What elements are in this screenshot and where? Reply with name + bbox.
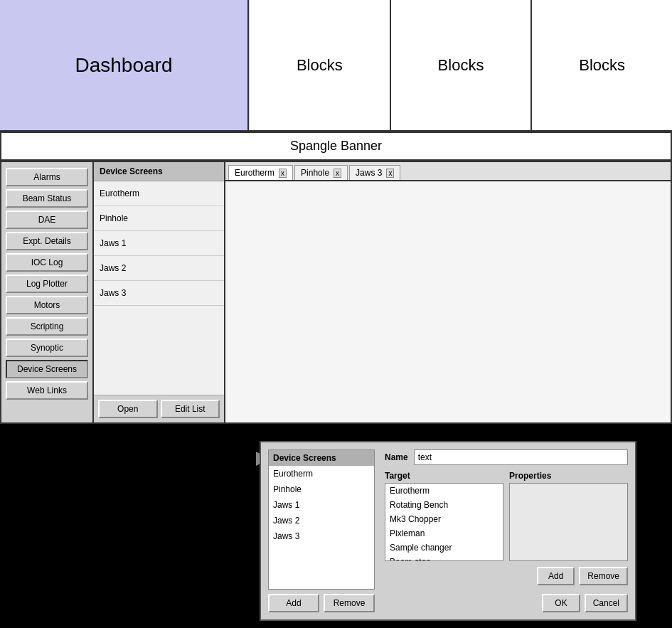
target-sample-changer[interactable]: Sample changer xyxy=(385,541,503,555)
device-item-jaws1[interactable]: Jaws 1 xyxy=(94,231,224,256)
device-panel: Device Screens Eurotherm Pinhole Jaws 1 … xyxy=(94,162,225,422)
dialog-list-jaws3[interactable]: Jaws 3 xyxy=(269,528,374,544)
add-remove-row: Add Remove xyxy=(385,567,628,585)
dialog-remove-button[interactable]: Remove xyxy=(324,594,375,612)
target-props-row: Target Eurotherm Rotating Bench Mk3 Chop… xyxy=(385,471,628,561)
props-label: Properties xyxy=(509,471,628,481)
target-label: Target xyxy=(385,471,503,481)
dialog-list-jaws2[interactable]: Jaws 2 xyxy=(269,513,374,528)
target-remove-button[interactable]: Remove xyxy=(579,567,628,585)
dashboard-label: Dashboard xyxy=(75,54,173,77)
tab-eurotherm-close[interactable]: x xyxy=(279,169,287,178)
cancel-button[interactable]: Cancel xyxy=(585,594,628,612)
device-item-pinhole[interactable]: Pinhole xyxy=(94,206,224,231)
device-list[interactable]: Eurotherm Pinhole Jaws 1 Jaws 2 Jaws 3 xyxy=(94,181,224,395)
name-row: Name xyxy=(385,449,628,465)
sidebar-item-dae[interactable]: DAE xyxy=(6,211,88,229)
tab-pinhole-close[interactable]: x xyxy=(334,169,341,178)
open-button[interactable]: Open xyxy=(98,400,158,418)
dashboard-panel: Dashboard xyxy=(0,0,249,130)
block-1: Blocks xyxy=(250,0,391,130)
dialog-list-pinhole[interactable]: Pinhole xyxy=(269,481,374,497)
tab-pinhole[interactable]: Pinhole x xyxy=(294,165,348,180)
target-add-button[interactable]: Add xyxy=(537,567,575,585)
target-col: Target Eurotherm Rotating Bench Mk3 Chop… xyxy=(385,471,503,561)
target-list[interactable]: Eurotherm Rotating Bench Mk3 Chopper Pix… xyxy=(385,483,503,561)
dialog-left-panel: Device Screens Eurotherm Pinhole Jaws 1 … xyxy=(268,449,375,612)
props-col: Properties xyxy=(509,471,628,561)
dialog-add-button[interactable]: Add xyxy=(268,594,319,612)
main-content: Eurotherm x Pinhole x Jaws 3 x xyxy=(225,162,671,422)
target-eurotherm[interactable]: Eurotherm xyxy=(385,484,503,498)
dialog-list-jaws1[interactable]: Jaws 1 xyxy=(269,497,374,513)
sidebar-item-ioc-log[interactable]: IOC Log xyxy=(6,253,88,272)
blocks-section: Blocks Blocks Blocks xyxy=(249,0,672,130)
sidebar-item-expt-details[interactable]: Expt. Details xyxy=(6,232,88,250)
middle-section: Alarms Beam Status DAE Expt. Details IOC… xyxy=(0,161,672,424)
dialog-left-buttons: Add Remove xyxy=(268,594,375,612)
dialog-list-eurotherm[interactable]: Eurotherm xyxy=(269,466,374,481)
tab-jaws3[interactable]: Jaws 3 x xyxy=(349,165,400,180)
spangle-banner: Spangle Banner xyxy=(0,132,672,161)
device-panel-buttons: Open Edit List xyxy=(94,395,224,422)
dialog-list-header: Device Screens xyxy=(269,450,374,466)
sidebar-item-alarms[interactable]: Alarms xyxy=(6,168,88,186)
sidebar-item-web-links[interactable]: Web Links xyxy=(6,381,88,400)
target-rotating-bench[interactable]: Rotating Bench xyxy=(385,498,503,512)
top-section: Dashboard Blocks Blocks Blocks xyxy=(0,0,672,132)
target-mk3-chopper[interactable]: Mk3 Chopper xyxy=(385,512,503,526)
tab-jaws3-close[interactable]: x xyxy=(386,169,394,178)
name-label: Name xyxy=(385,452,408,462)
sidebar-item-beam-status[interactable]: Beam Status xyxy=(6,189,88,208)
device-item-jaws3[interactable]: Jaws 3 xyxy=(94,281,224,306)
dialog-right-panel: Name Target Eurotherm Rotating Bench Mk3… xyxy=(375,449,628,612)
ok-cancel-row: OK Cancel xyxy=(385,594,628,612)
dialog-left-list[interactable]: Device Screens Eurotherm Pinhole Jaws 1 … xyxy=(268,449,375,590)
device-item-jaws2[interactable]: Jaws 2 xyxy=(94,256,224,281)
tab-bar: Eurotherm x Pinhole x Jaws 3 x xyxy=(225,162,671,181)
ok-button[interactable]: OK xyxy=(542,594,580,612)
tab-content-area xyxy=(225,181,671,422)
main-container: Dashboard Blocks Blocks Blocks Spangle B… xyxy=(0,0,672,628)
edit-list-dialog: Device Screens Eurotherm Pinhole Jaws 1 … xyxy=(260,441,636,621)
block-3: Blocks xyxy=(532,0,672,130)
edit-list-button[interactable]: Edit List xyxy=(161,400,220,418)
name-input[interactable] xyxy=(414,449,628,465)
props-area xyxy=(509,483,628,561)
sidebar-item-motors[interactable]: Motors xyxy=(6,296,88,314)
block-2: Blocks xyxy=(391,0,533,130)
target-pixleman[interactable]: Pixleman xyxy=(385,526,503,541)
device-item-eurotherm[interactable]: Eurotherm xyxy=(94,181,224,206)
tab-eurotherm[interactable]: Eurotherm x xyxy=(228,165,293,180)
sidebar-item-device-screens[interactable]: Device Screens xyxy=(6,360,88,378)
sidebar-item-synoptic[interactable]: Synoptic xyxy=(6,339,88,357)
target-beam-stop[interactable]: Beam-stop xyxy=(385,555,503,561)
device-panel-header: Device Screens xyxy=(94,162,224,181)
sidebar: Alarms Beam Status DAE Expt. Details IOC… xyxy=(1,162,94,422)
sidebar-item-scripting[interactable]: Scripting xyxy=(6,317,88,336)
sidebar-item-log-plotter[interactable]: Log Plotter xyxy=(6,275,88,293)
